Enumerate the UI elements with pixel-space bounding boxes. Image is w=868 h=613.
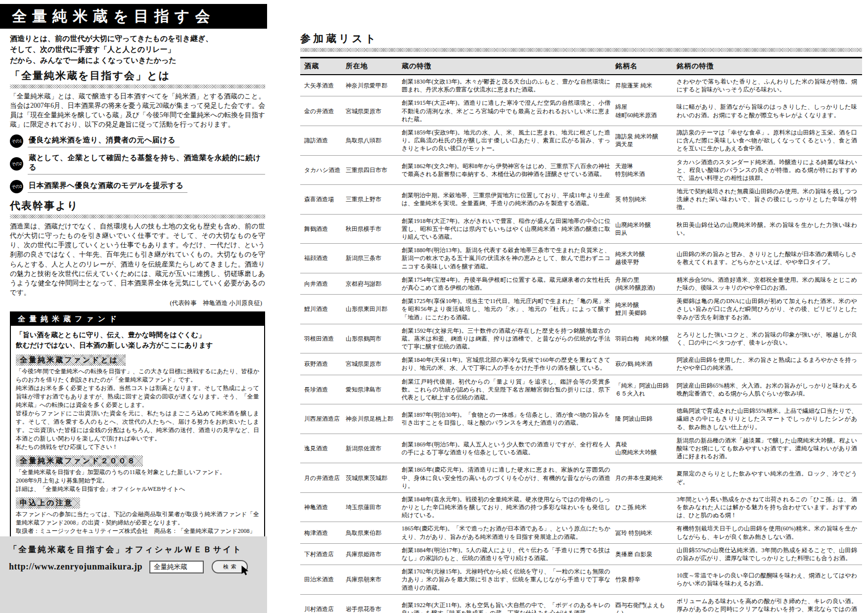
brewery-name: 大矢孝酒造: [300, 75, 346, 96]
col-header-brewery-desc: 蔵の特徴: [402, 58, 615, 75]
brand-name: 冨玲 特別純米: [615, 522, 677, 543]
brewery-location: 神奈川県愛甲郡: [346, 75, 402, 96]
col-header-location: 所在地: [346, 58, 402, 75]
brewery-location: 兵庫県朝来市: [346, 565, 402, 595]
brewery-name: タカハシ酒造: [300, 155, 346, 185]
fund-tagline: 「旨い酒を蔵とともに守り、伝え、豊かな時間をはぐくむ」: [16, 330, 259, 340]
brand-name: 天遊琳 特別純米酒: [615, 155, 677, 185]
divider-hatch: [300, 48, 862, 52]
brewery-name: 月の井酒造店: [300, 463, 346, 493]
fund-subsection-title: 全量純米蔵ファンド２００８: [16, 455, 143, 467]
brewery-description: 創業1702年(元禄15年)。元禄時代から続く伝統を守り、「一粒の米にも無限の力…: [402, 565, 615, 595]
search-input[interactable]: [149, 561, 204, 573]
brewery-name: 川西屋酒造店: [300, 404, 346, 434]
brewery-name: 諏訪酒造: [300, 126, 346, 155]
divider-hatch: [10, 85, 265, 88]
brand-description: さわやかで落ち着いた香りと、ふんわりした米の旨味が特徴。燗にすると旨味がいっそう…: [677, 75, 862, 96]
brand-name: 英 特別純米: [615, 185, 677, 215]
brand-description: 徳島阿波で育成された山田錦55%精米。上品で繊細な口当たりで、繊細さの中にもきり…: [677, 404, 862, 434]
brewery-description: 創業江戸時代後期。初代からの「量より質」を追求し、鑑評会等の受賞多数。これらの功…: [402, 375, 615, 404]
col-header-brand-desc: 銘柄の特徴: [677, 58, 862, 75]
brewery-location: 宮城県栗原市: [346, 353, 402, 375]
brewery-name: 逸見酒造: [300, 434, 346, 463]
page: 全量純米蔵を目指す会 酒造りとは、前の世代が大切に守ってきたものを引き継ぎ、 そ…: [0, 0, 868, 613]
brewery-description: 創業1725年(享保10年)。現当主で11代目。地元庄内町で生まれた「亀の尾」米…: [402, 295, 615, 324]
brewery-name: 下村酒造店: [300, 543, 346, 565]
divider-hatch: [10, 215, 265, 219]
principle-item: その3 日本酒業界へ優良な酒蔵のモデルを提示する: [10, 180, 265, 193]
intro-line: だから、みんなで一緒によくなっていきたかった: [10, 55, 265, 66]
brand-description: 10度～常温でキレの良い辛口の醍醐味を味わえ、燗酒としてはやわらかい米の旨味を味…: [677, 565, 862, 595]
principles-list: その1 優良な純米酒を造り、消費者の元へ届ける その2 蔵として、企業として確固…: [10, 134, 265, 193]
brand-name: 萩の鶴 純米酒: [615, 353, 677, 375]
fund-subsection-body: 「今後5年間で全量純米への転換を目指す」、この大きな目標に挑戦するにあたり、皆様…: [16, 367, 259, 451]
brand-description: ボリュームある味わいを高めの酸が引き締めた、キレの良い酒。厚みがあるのと同時にク…: [677, 594, 862, 613]
fund-tagline: 飲むだけではない、日本酒の新しい楽しみ方がここにあります: [16, 340, 259, 350]
brewery-location: 山形県鶴岡市: [346, 324, 402, 353]
principle-text: 日本酒業界へ優良な酒蔵のモデルを提示する: [28, 181, 187, 193]
brand-name: 真稜 山廃純米大吟醸: [615, 434, 677, 463]
fund-title: 全量純米蔵ファンド: [11, 312, 264, 326]
table-row: タカハシ酒造 三重県四日市市 創業1862年(文久2年)。昭和8年から伊勢神宮を…: [300, 155, 862, 185]
brand-name: 諏訪泉 純米吟醸 満天星: [615, 126, 677, 155]
table-row: 田治米酒造 兵庫県朝来市 創業1702年(元禄15年)。元禄時代から続く伝統を守…: [300, 565, 862, 595]
brand-name: 隆 阿波山田錦: [615, 404, 677, 434]
brand-name: 羽前白梅 純米吟醸: [615, 324, 677, 353]
brand-description: 精米歩合50%。酒造好適米、京都祝全量使用。米の風味をとじこめた味の、後味スッキ…: [677, 273, 862, 294]
principle-text: 優良な純米酒を造り、消費者の元へ届ける: [28, 135, 180, 147]
brewery-description: 創業明治中期。米穀地帯、三重県伊賀地方に位置しており、平成11年より生産は、全量…: [402, 185, 615, 215]
brewery-name: 長珍酒造: [300, 375, 346, 404]
brewery-description: 創業1880年(明治13年)。新潟を代表する穀倉地帯三条市で生まれた良質米と、新…: [402, 244, 615, 273]
brand-name: 月の井本生夏純米: [615, 463, 677, 493]
principle-item: その2 蔵として、企業として確固たる基盤を持ち、酒造業を永続的に続ける: [10, 153, 265, 175]
intro-line: そして、次の世代に手渡す「人と人とのリレー」: [10, 44, 265, 55]
site-label: 「全量純米蔵を目指す会」オフィシャルＷＥＢサイト: [9, 544, 267, 555]
message-section-title: 代表幹事より: [10, 199, 265, 213]
brewery-description: 1865年(慶応元年)。「米で造ったお酒が日本酒である」、という原点にたちかえり…: [402, 522, 615, 543]
brewery-description: 創業1884年(明治17年)。5人の蔵人により、代々伝わる「手造りに秀でる技はな…: [402, 543, 615, 565]
brand-description: 新潟県の新品種の酒米「越淡麗」で醸した山廃純米大吟醸。程よい酸味でお燗にしても飲…: [677, 434, 862, 463]
brand-name: 舟屋の里 (純米吟醸原酒): [615, 273, 677, 294]
table-row: 川西屋酒造店 神奈川県足柄上郡 創業1897年(明治30年)。「食物との一体感」…: [300, 404, 862, 434]
brand-name: 奥播磨 白影泉: [615, 543, 677, 565]
brewery-location: 鳥取県東伯郡: [346, 522, 402, 543]
table-row: 羽根田酒造 山形県鶴岡市 創業1592年(文禄元年)。三十数件の酒蔵が存在した歴…: [300, 324, 862, 353]
brand-name: ひこ孫 純米: [615, 492, 677, 522]
table-row: 梅津酒造 鳥取県東伯郡 1865年(慶応元年)。「米で造ったお酒が日本酒である」…: [300, 522, 862, 543]
table-row: 神亀酒造 埼玉県蓮田市 創業1848年(嘉永元年)。戦後初の全量純米蔵。硬水使用…: [300, 492, 862, 522]
brand-description: 阿波産山田錦を使用した、米の旨さと熟成によるまろやかさを持ったやや辛口の純米酒。: [677, 353, 862, 375]
about-section-title: 「全量純米蔵を目指す会」とは: [10, 69, 265, 83]
brewery-location: 鳥取県八頭郡: [346, 126, 402, 155]
brewery-description: 創業1869年(明治5年)。蔵人五人という少人数での酒造りですが、全行程を人の手…: [402, 434, 615, 463]
brand-description: 諏訪泉のテーマは「幸せな食卓」。原料米は山田錦と玉栄。酒を口に含んだ際に美味しい…: [677, 126, 862, 155]
principle-badge: その3: [10, 180, 23, 193]
brewery-name: 福顔酒造: [300, 244, 346, 273]
brand-description: 夏限定のさらりとした飲みやすい純米の生酒。ロック、冷でどうぞ。: [677, 463, 862, 493]
brewery-description: 創業1859年(安政9年)。地元の水、人、米、風土に恵まれ、地元に根ざした造り。…: [402, 126, 615, 155]
brewery-name: 川村酒造店: [300, 594, 346, 613]
brand-description: タカハシ酒造のスタンダード純米酒。吟醸造りによる綺麗な味わいと、程良い酸味のバラ…: [677, 155, 862, 185]
brand-name: 「純米」阿波山田錦 ６５火入れ: [615, 375, 677, 404]
message-body: 酒造業は、酒蔵だけでなく、自然環境も人の技も土地の文化も歴史も含め、前の世代が大…: [10, 221, 265, 297]
brewery-location: 埼玉県蓮田市: [346, 492, 402, 522]
fund-subsection-title: 申込上の注意: [16, 497, 80, 509]
brand-description: 秋田美山錦仕込の山廃純米吟醸。米の旨味を生かした力強い味わい。: [677, 214, 862, 244]
brewery-table-body: 大矢孝酒造 神奈川県愛甲郡 創業1830年(文政13年)。木々が鬱蒼と茂る天台山…: [300, 75, 862, 613]
col-header-brand: 銘柄名: [615, 58, 677, 75]
brewery-description: 創業1862年(文久2年)。昭和8年から伊勢神宮をはじめ、三重県下八百余の神社で…: [402, 155, 615, 185]
brewery-location: 兵庫県姫路市: [346, 543, 402, 565]
brand-name: 昇龍蓬莱 純米: [615, 75, 677, 96]
table-row: 諏訪酒造 鳥取県八頭郡 創業1859年(安政9年)。地元の水、人、米、風土に恵ま…: [300, 126, 862, 155]
col-header-brewery: 酒蔵: [300, 58, 346, 75]
brand-description: 山田錦55%の山廃仕込純米酒。3年間の熟成を経ることで、山田錦の旨みが広がり、濃…: [677, 543, 862, 565]
brewery-location: 岩手県花巻市: [346, 594, 402, 613]
table-header-row: 酒蔵 所在地 蔵の特徴 銘柄名 銘柄の特徴: [300, 58, 862, 75]
brewery-name: 神亀酒造: [300, 492, 346, 522]
brewery-description: 創業1897年(明治30年)。「食物との一体感」を信条とし、酒が食べ物の旨みを引…: [402, 404, 615, 434]
table-row: 舞鶴酒造 秋田県横手市 創業1918年(大正7年)。水がきれいで豊富、稲作が盛ん…: [300, 214, 862, 244]
brand-description: 美郷錦は亀の尾のDNAに山田錦が初めて加えられた酒米。米のやさしい旨みが口に含ん…: [677, 295, 862, 324]
site-url: http://www.zenryojunmaikura.jp: [9, 562, 142, 572]
mouse-cursor-icon: [241, 566, 250, 577]
fund-subsection-body: 「全量純米蔵を目指す会」加盟蔵のうちの11蔵を対象とした新しいファンド。 200…: [16, 468, 259, 493]
fund-subsection-title: 全量純米蔵ファンドとは: [16, 354, 126, 366]
